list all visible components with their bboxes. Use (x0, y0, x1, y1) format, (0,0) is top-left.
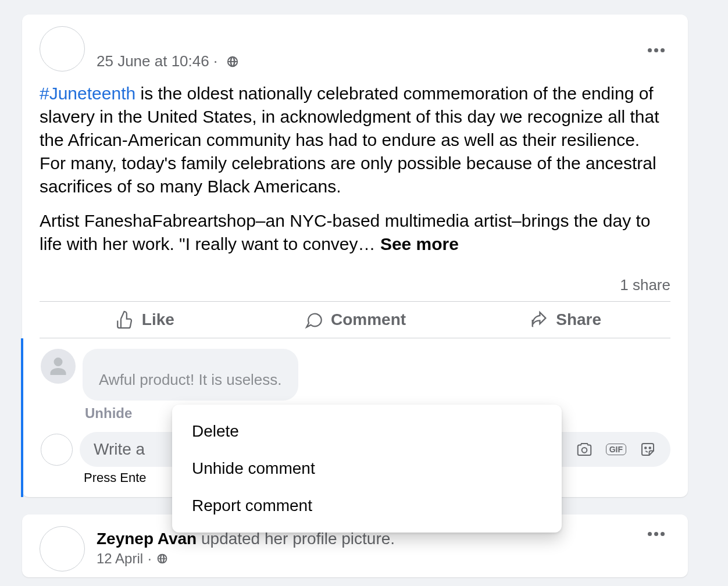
composer-tools: GIF (545, 441, 656, 458)
thumbs-up-icon (115, 310, 135, 330)
post-timestamp[interactable]: 25 June at 10:46 (97, 52, 209, 70)
post-author-avatar[interactable] (40, 526, 85, 571)
post-meta: 25 June at 10:46 · (97, 52, 239, 70)
comment-button[interactable]: Comment (250, 302, 461, 338)
commenter-avatar[interactable] (41, 349, 76, 384)
post-title: Zeynep Avan updated her profile picture. (97, 530, 395, 548)
post-menu-button[interactable] (642, 42, 670, 58)
comment-placeholder: Write a (94, 440, 145, 459)
ellipsis-icon (642, 42, 670, 58)
public-icon[interactable] (226, 55, 239, 68)
comment-context-menu: Delete Unhide comment Report comment (172, 405, 562, 533)
share-icon (529, 310, 549, 330)
comment-text: Awful product! It is useless. (99, 371, 282, 389)
separator: · (148, 551, 152, 567)
sticker-icon[interactable] (639, 441, 656, 458)
ellipsis-icon (642, 526, 670, 542)
comment-bubble[interactable]: Awful product! It is useless. (83, 349, 298, 401)
post-author-avatar[interactable] (40, 26, 85, 72)
like-button[interactable]: Like (40, 302, 250, 338)
hashtag-link[interactable]: #Juneteenth (40, 84, 135, 103)
like-label: Like (142, 310, 174, 329)
separator: · (209, 52, 222, 70)
share-label: Share (556, 310, 601, 329)
gif-icon[interactable]: GIF (606, 444, 626, 455)
camera-icon[interactable] (576, 441, 593, 458)
menu-item-unhide[interactable]: Unhide comment (172, 450, 562, 487)
post-header: 25 June at 10:46 · (22, 26, 688, 72)
share-button[interactable]: Share (460, 302, 670, 338)
svg-point-4 (645, 447, 647, 449)
see-more-button[interactable]: See more (380, 234, 459, 253)
comment: Awful product! It is useless. (41, 349, 670, 401)
menu-item-delete[interactable]: Delete (172, 413, 562, 450)
post-menu-button[interactable] (642, 526, 670, 542)
post-text-2: Artist FaneshaFabreartshop–an NYC-based … (40, 211, 651, 253)
comment-label: Comment (331, 310, 406, 329)
post-timestamp[interactable]: 12 April (97, 551, 143, 567)
svg-point-3 (581, 448, 587, 453)
comment-icon (304, 310, 324, 330)
menu-item-report[interactable]: Report comment (172, 487, 562, 524)
person-icon (48, 356, 69, 377)
post-body: #Juneteenth is the oldest nationally cel… (22, 77, 688, 276)
self-avatar[interactable] (41, 434, 73, 466)
public-icon[interactable] (156, 553, 168, 564)
svg-point-5 (650, 447, 651, 449)
post-action-bar: Like Comment Share (40, 301, 670, 338)
share-count[interactable]: 1 share (22, 276, 688, 301)
